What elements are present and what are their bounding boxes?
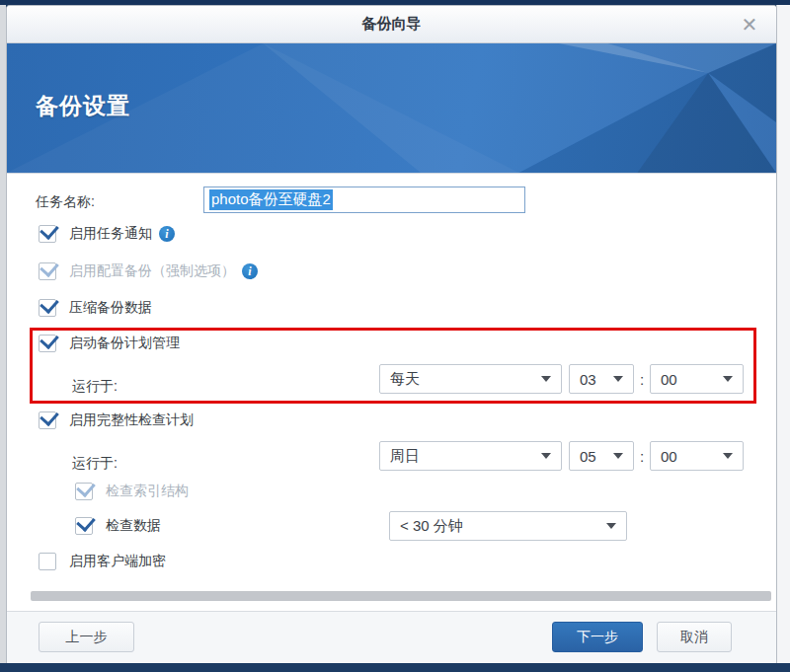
chevron-down-icon: [613, 376, 623, 382]
info-icon[interactable]: i: [242, 263, 258, 279]
desktop-right-strip: [776, 5, 790, 663]
checkbox-client-encryption[interactable]: [39, 553, 56, 570]
chevron-down-icon: [541, 376, 551, 382]
checkbox-check-index: [75, 483, 93, 500]
checkbox-backup-schedule[interactable]: [39, 335, 56, 352]
window-title: 备份向导: [7, 15, 776, 34]
integrity-day-select[interactable]: 周日: [379, 441, 562, 471]
task-name-input[interactable]: photo备份至硬盘2: [203, 187, 525, 213]
enable-notification-label: 启用任务通知: [69, 225, 152, 243]
task-name-label: 任务名称:: [36, 193, 95, 211]
backup-hour-value: 03: [580, 371, 596, 388]
chevron-down-icon: [723, 453, 733, 459]
dialog-titlebar: 备份向导 ✕: [7, 6, 776, 43]
checkbox-check-data[interactable]: [75, 517, 93, 535]
backup-hour-select[interactable]: 03: [569, 364, 634, 394]
check-duration-value: < 30 分钟: [400, 517, 463, 536]
integrity-hour-value: 05: [580, 448, 596, 465]
integrity-check-label: 启用完整性检查计划: [69, 411, 194, 429]
chevron-down-icon: [723, 376, 733, 382]
next-button[interactable]: 下一步: [552, 622, 643, 652]
cancel-button[interactable]: 取消: [657, 622, 732, 652]
info-icon[interactable]: i: [159, 226, 175, 242]
integrity-minute-select[interactable]: 00: [650, 441, 744, 471]
checkbox-enable-notification[interactable]: [39, 225, 56, 243]
backup-day-value: 每天: [390, 370, 420, 389]
check-duration-select[interactable]: < 30 分钟: [389, 511, 627, 541]
row-config-backup: 启用配置备份（强制选项） i: [39, 262, 258, 280]
row-integrity-check: 启用完整性检查计划: [39, 411, 194, 429]
horizontal-scrollbar[interactable]: [31, 591, 771, 601]
row-compress-data: 压缩备份数据: [39, 299, 152, 317]
integrity-run-at-label: 运行于:: [72, 455, 118, 473]
row-check-index: 检查索引结构: [75, 483, 189, 500]
chevron-down-icon: [606, 523, 616, 529]
checkbox-compress-data[interactable]: [39, 299, 56, 317]
row-check-data: 检查数据: [75, 517, 161, 535]
backup-minute-value: 00: [661, 371, 677, 388]
backup-wizard-dialog: 备份向导 ✕ 备份设置 任务名称: photo备份至硬盘2 启用任务通知 i 启…: [6, 5, 777, 663]
backup-run-at-label: 运行于:: [72, 378, 118, 396]
integrity-hour-select[interactable]: 05: [569, 441, 634, 471]
integrity-day-value: 周日: [390, 447, 420, 466]
row-client-encryption: 启用客户端加密: [39, 553, 166, 570]
client-encryption-label: 启用客户端加密: [69, 553, 166, 570]
checkbox-config-backup: [39, 262, 56, 280]
row-backup-schedule: 启动备份计划管理: [39, 335, 180, 352]
prev-button[interactable]: 上一步: [39, 622, 134, 652]
close-icon[interactable]: ✕: [737, 12, 762, 37]
row-enable-notification: 启用任务通知 i: [39, 225, 175, 243]
desktop-bottom-strip: [0, 663, 790, 672]
backup-day-select[interactable]: 每天: [379, 364, 562, 394]
check-index-label: 检查索引结构: [106, 483, 189, 500]
check-data-label: 检查数据: [106, 517, 161, 535]
page-title: 备份设置: [36, 91, 130, 121]
chevron-down-icon: [613, 453, 623, 459]
config-backup-label: 启用配置备份（强制选项）: [69, 262, 235, 280]
time-colon: :: [640, 371, 644, 388]
chevron-down-icon: [541, 453, 551, 459]
checkbox-integrity-check[interactable]: [39, 411, 56, 429]
compress-data-label: 压缩备份数据: [69, 299, 152, 317]
backup-schedule-label: 启动备份计划管理: [69, 335, 180, 352]
task-name-selected-text: photo备份至硬盘2: [209, 189, 333, 210]
backup-minute-select[interactable]: 00: [650, 364, 744, 394]
dialog-footer: 上一步 下一步 取消: [7, 611, 776, 663]
wizard-step-banner: 备份设置: [7, 43, 776, 174]
time-colon: :: [640, 448, 644, 465]
integrity-minute-value: 00: [661, 448, 677, 465]
